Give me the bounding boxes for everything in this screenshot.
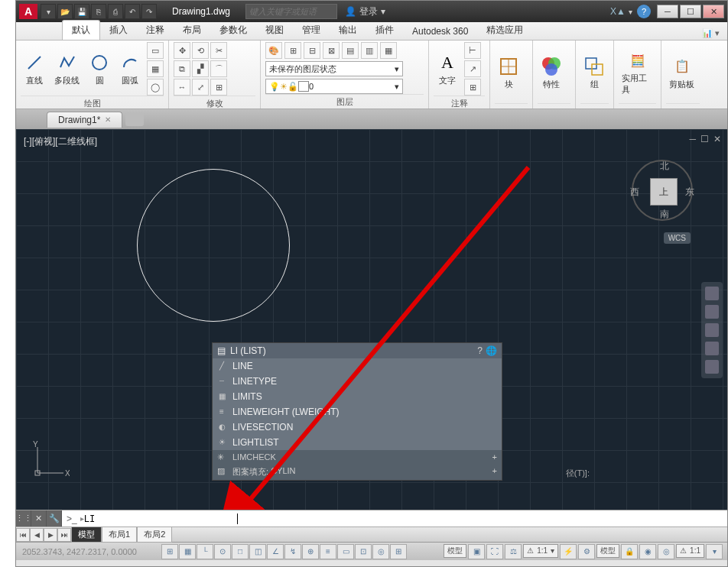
suggestion-item[interactable]: ┄LINETYPE xyxy=(213,374,502,389)
chevron-down-icon[interactable]: ▾ xyxy=(629,8,632,16)
maximize-button[interactable]: ☐ xyxy=(680,5,701,18)
status-ducs-icon[interactable]: ↯ xyxy=(284,544,301,559)
tool-mirror-icon[interactable]: ▞ xyxy=(192,60,209,77)
layout-tab-model[interactable]: 模型 xyxy=(71,526,102,543)
suggestion-header[interactable]: ▤ LI (LIST) ? 🌐 xyxy=(213,343,502,358)
status-dyn-icon[interactable]: ⊕ xyxy=(302,544,319,559)
layout-nav-first-icon[interactable]: ⏮ xyxy=(16,528,30,542)
status-annovis-icon[interactable]: ⚡ xyxy=(560,544,577,559)
tool-properties[interactable]: 特性 xyxy=(538,54,565,92)
viewport-close-icon[interactable]: ✕ xyxy=(713,134,721,144)
tool-block[interactable]: 块 xyxy=(495,54,522,92)
ribbon-tab-annotate[interactable]: 注释 xyxy=(137,21,174,40)
nav-pan-icon[interactable] xyxy=(705,305,719,319)
qat-save-icon[interactable]: 💾 xyxy=(74,4,89,19)
wcs-badge[interactable]: WCS xyxy=(664,232,691,244)
viewcube[interactable]: 北 南 东 西 上 xyxy=(628,152,697,228)
qat-redo-icon[interactable]: ↷ xyxy=(141,4,157,19)
suggestion-item[interactable]: ╱LINE xyxy=(213,358,502,374)
status-lwt-icon[interactable]: ≡ xyxy=(320,544,336,559)
tool-arc[interactable]: 圆弧 xyxy=(116,50,144,88)
suggestion-hatch[interactable]: ▨图案填充: CYLIN+ xyxy=(213,464,502,480)
viewcube-west[interactable]: 西 xyxy=(630,186,639,199)
tool-layermore-icon[interactable]: ⊟ xyxy=(304,42,320,59)
suggestion-item[interactable]: ☀LIGHTLIST xyxy=(213,435,502,450)
qat-undo-icon[interactable]: ↶ xyxy=(125,4,140,19)
close-icon[interactable]: ✕ xyxy=(105,115,111,124)
status-coordinates[interactable]: 2052.3743, 2427.2317, 0.0000 xyxy=(16,547,161,556)
tool-fillet-icon[interactable]: ⌒ xyxy=(210,60,227,77)
qat-new-icon[interactable]: ▾ xyxy=(41,4,56,19)
tool-layermore4-icon[interactable]: ▥ xyxy=(361,42,378,59)
drawing-circle-entity[interactable] xyxy=(137,169,290,322)
nav-showmotion-icon[interactable] xyxy=(705,360,719,374)
tool-leader-icon[interactable]: ↗ xyxy=(464,60,481,77)
status-polar-icon[interactable]: ⊙ xyxy=(214,544,231,559)
globe-icon[interactable]: 🌐 xyxy=(486,345,497,356)
layout-nav-next-icon[interactable]: ▶ xyxy=(44,528,57,542)
help-icon[interactable]: ? xyxy=(637,5,651,18)
tool-line[interactable]: 直线 xyxy=(21,50,48,88)
layout-tab-1[interactable]: 布局1 xyxy=(102,526,137,543)
tool-rectangle-icon[interactable]: ▭ xyxy=(147,42,164,59)
help-icon[interactable]: ? xyxy=(477,345,483,356)
exchange-icon[interactable]: X xyxy=(610,6,616,17)
close-button[interactable]: ✕ xyxy=(703,5,724,18)
layout-tab-2[interactable]: 布局2 xyxy=(137,526,172,543)
status-lock-icon[interactable]: 🔒 xyxy=(621,544,638,559)
status-ws-icon[interactable]: ⚙ xyxy=(578,544,595,559)
status-annoscale-icon[interactable]: ⚖ xyxy=(505,544,522,559)
app-logo[interactable]: A xyxy=(19,4,37,19)
qat-print-icon[interactable]: ⎙ xyxy=(108,4,123,19)
ribbon-tab-manage[interactable]: 管理 xyxy=(293,21,330,40)
tool-utilities[interactable]: 🧮实用工具 xyxy=(619,48,656,97)
ribbon-tab-insert[interactable]: 插入 xyxy=(100,21,137,40)
status-layout-icon[interactable]: ▣ xyxy=(468,544,485,559)
layer-state-combo[interactable]: 未保存的图层状态▾ xyxy=(265,61,403,76)
layout-nav-prev-icon[interactable]: ◀ xyxy=(30,528,44,542)
exchange-icon-2[interactable]: ▲ xyxy=(616,6,626,17)
status-grid-icon[interactable]: ▦ xyxy=(179,544,196,559)
tool-layermore5-icon[interactable]: ▦ xyxy=(380,42,397,59)
cmd-close-icon[interactable]: ✕ xyxy=(31,510,47,526)
ribbon-tab-featured[interactable]: 精选应用 xyxy=(477,21,532,40)
command-input[interactable] xyxy=(84,514,237,524)
qat-saveas-icon[interactable]: ⎘ xyxy=(91,4,106,19)
status-am-icon[interactable]: ⊞ xyxy=(390,544,407,559)
viewport-minimize-icon[interactable]: ─ xyxy=(689,134,696,144)
view-control-label[interactable]: [-][俯视][二维线框] xyxy=(24,135,97,148)
suggestion-item[interactable]: ▦LIMITS xyxy=(213,389,502,404)
status-annoscale-combo-2[interactable]: ⚠1:1 xyxy=(676,544,704,558)
tool-layerprops-icon[interactable]: 🎨 xyxy=(265,42,282,59)
viewcube-top-face[interactable]: 上 xyxy=(650,178,678,206)
tool-dimension-icon[interactable]: ⊢ xyxy=(464,42,481,59)
tool-trim-icon[interactable]: ✂ xyxy=(210,42,227,59)
ribbon-tab-parametric[interactable]: 参数化 xyxy=(210,21,256,40)
ribbon-tab-a360[interactable]: Autodesk 360 xyxy=(403,23,477,40)
status-maximize-icon[interactable]: ⛶ xyxy=(486,544,503,559)
status-sc-icon[interactable]: ◎ xyxy=(372,544,389,559)
drawing-area[interactable]: [-][俯视][二维线框] ─ ☐ ✕ 北 南 东 西 上 WCS 径(T)]: xyxy=(16,129,727,510)
tool-stretch-icon[interactable]: ↔ xyxy=(174,79,190,96)
suggestion-sysvar[interactable]: ✳LIMCHECK+ xyxy=(213,450,502,464)
file-tab-active[interactable]: Drawing1* ✕ xyxy=(47,112,122,128)
status-tpy-icon[interactable]: ▭ xyxy=(337,544,354,559)
status-ortho-icon[interactable]: └ xyxy=(197,544,213,559)
cmd-handle-icon[interactable]: ⋮⋮ xyxy=(16,510,31,526)
layer-current-combo[interactable]: 💡 ☀ 🔓 0 ▾ xyxy=(265,79,403,94)
status-snap-icon[interactable]: ⊞ xyxy=(161,544,178,559)
cmd-config-icon[interactable]: 🔧 xyxy=(47,510,62,526)
layout-nav-last-icon[interactable]: ⏭ xyxy=(57,528,71,542)
status-annoscale-combo[interactable]: ⚠1:1▾ xyxy=(523,544,558,558)
ribbon-tab-view[interactable]: 视图 xyxy=(256,21,293,40)
tool-rotate-icon[interactable]: ⟲ xyxy=(192,42,209,59)
status-3dosnap-icon[interactable]: ◫ xyxy=(249,544,266,559)
suggestion-item[interactable]: ◐LIVESECTION xyxy=(213,420,502,435)
status-model-button[interactable]: 模型 xyxy=(444,544,466,558)
tool-scale-icon[interactable]: ⤢ xyxy=(192,79,209,96)
ribbon-expand-button[interactable]: 📊 ▾ xyxy=(694,27,727,40)
tool-text[interactable]: A文字 xyxy=(434,50,461,88)
status-hardware-icon[interactable]: ◉ xyxy=(639,544,656,559)
tool-circle[interactable]: 圆 xyxy=(86,50,113,88)
tool-array-icon[interactable]: ⊞ xyxy=(210,79,227,96)
